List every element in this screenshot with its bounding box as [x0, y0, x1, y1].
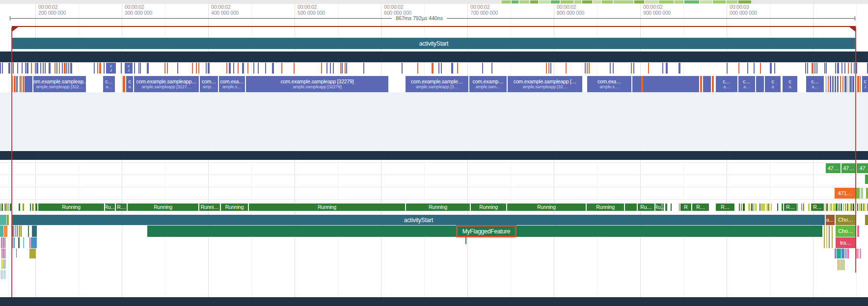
- thread-state-tick[interactable]: [94, 63, 95, 74]
- running-state-stripe[interactable]: [0, 204, 0, 211]
- thread-state-tick[interactable]: [851, 63, 852, 74]
- slice[interactable]: [14, 237, 15, 248]
- running-state-stripe[interactable]: [799, 204, 801, 211]
- thread-state-tick[interactable]: [837, 63, 839, 74]
- process-slice-stripe[interactable]: [857, 76, 859, 92]
- slice[interactable]: [29, 249, 36, 258]
- running-state-slice[interactable]: R…: [784, 204, 797, 211]
- thread-state-tick[interactable]: [841, 63, 842, 74]
- thread-state-tick[interactable]: [43, 63, 44, 74]
- thread-state-tick[interactable]: [835, 63, 836, 74]
- process-slice[interactable]: [703, 76, 711, 92]
- running-state-stripe[interactable]: [751, 204, 753, 211]
- slice[interactable]: [826, 226, 827, 248]
- running-state-stripe[interactable]: [758, 204, 759, 211]
- running-state-stripe[interactable]: [746, 204, 747, 211]
- slice[interactable]: [31, 237, 37, 248]
- running-state-slice[interactable]: Ru…: [655, 204, 664, 211]
- slice[interactable]: [17, 226, 18, 237]
- running-state-stripe[interactable]: [763, 204, 765, 211]
- frame-slice[interactable]: [856, 188, 860, 199]
- running-state-slice[interactable]: Running: [406, 204, 470, 211]
- thread-state-tick[interactable]: [167, 63, 168, 74]
- thread-state-tick[interactable]: [177, 63, 178, 74]
- slice[interactable]: [15, 226, 16, 237]
- thread-state-tick[interactable]: [417, 63, 418, 74]
- thread-state-tick[interactable]: [457, 63, 458, 74]
- thread-state-tick[interactable]: [36, 63, 38, 74]
- thread-state-tick[interactable]: [856, 63, 857, 74]
- slice[interactable]: [19, 226, 20, 237]
- thread-state-tick[interactable]: [208, 63, 210, 74]
- process-slice-stripe[interactable]: [12, 76, 13, 92]
- process-slice-stripe[interactable]: [16, 76, 18, 92]
- running-state-stripe[interactable]: [772, 204, 774, 211]
- thread-state-tick[interactable]: [662, 63, 663, 74]
- thread-state-tick[interactable]: [62, 63, 63, 74]
- process-slice-stripe[interactable]: [19, 76, 20, 92]
- slice[interactable]: [2, 270, 3, 279]
- thread-state-tick[interactable]: [68, 63, 69, 74]
- running-state-stripe[interactable]: [741, 204, 742, 211]
- running-state-slice[interactable]: R…: [692, 204, 709, 211]
- thread-state-tick[interactable]: [666, 63, 668, 74]
- running-state-stripe[interactable]: [845, 204, 846, 211]
- slice[interactable]: a…: [826, 215, 835, 225]
- thread-state-tick[interactable]: [229, 63, 231, 74]
- thread-state-tick[interactable]: [233, 63, 234, 74]
- running-state-stripe[interactable]: [779, 204, 781, 211]
- running-state-slice[interactable]: [625, 204, 637, 211]
- thread-state-tick[interactable]: [826, 63, 827, 74]
- janky-frame-slice[interactable]: 471…: [835, 188, 855, 199]
- thread-state-tick[interactable]: [140, 63, 141, 74]
- thread-state-tick[interactable]: [56, 63, 57, 74]
- slice[interactable]: [2, 237, 4, 248]
- thread-state-tick[interactable]: [491, 63, 492, 74]
- thread-state-tick[interactable]: [432, 63, 434, 74]
- thread-state-tick[interactable]: [770, 63, 772, 74]
- thread-state-tick[interactable]: [451, 63, 453, 74]
- thread-state-tick[interactable]: [346, 63, 347, 74]
- slice[interactable]: [840, 259, 841, 270]
- thread-state-tick[interactable]: [812, 63, 814, 74]
- running-state-stripe[interactable]: [863, 204, 865, 211]
- thread-state-tick[interactable]: [754, 63, 755, 74]
- running-state-stripe[interactable]: [21, 204, 21, 211]
- thread-state-tick[interactable]: [340, 63, 341, 74]
- running-state-stripe[interactable]: [735, 204, 735, 211]
- thread-state-tick[interactable]: [633, 63, 634, 74]
- running-state-stripe[interactable]: [736, 204, 737, 211]
- thread-state-tick[interactable]: [147, 63, 149, 74]
- slice[interactable]: [829, 226, 830, 248]
- frame-slice[interactable]: 47…: [841, 163, 856, 173]
- thread-state-tick[interactable]: [121, 63, 122, 74]
- running-state-stripe[interactable]: [853, 204, 854, 211]
- process-slice[interactable]: com.exa…ample.s…: [587, 76, 631, 92]
- running-state-stripe[interactable]: [760, 204, 760, 211]
- slice[interactable]: [835, 249, 836, 258]
- thread-state-tick[interactable]: [238, 63, 239, 74]
- running-state-slice[interactable]: R…: [116, 204, 127, 211]
- running-state-stripe[interactable]: [859, 204, 861, 211]
- slice[interactable]: [847, 249, 849, 258]
- process-slice[interactable]: c…a…: [103, 76, 115, 92]
- running-state-stripe[interactable]: [25, 204, 26, 211]
- slice[interactable]: [16, 249, 17, 257]
- trace-timeline-stage[interactable]: 00:00:02200 000 00000:00:02300 000 00000…: [0, 0, 868, 306]
- running-state-stripe[interactable]: [669, 204, 670, 211]
- running-state-stripe[interactable]: [1, 204, 3, 211]
- process-slice-stripe[interactable]: [844, 76, 846, 92]
- slice[interactable]: [28, 226, 29, 237]
- running-state-stripe[interactable]: [664, 204, 665, 211]
- thread-state-tick[interactable]: [816, 63, 817, 74]
- thread-state-tick[interactable]: [281, 63, 282, 74]
- running-state-stripe[interactable]: [857, 204, 858, 211]
- running-state-stripe[interactable]: [782, 204, 783, 211]
- running-state-stripe[interactable]: [833, 204, 835, 211]
- running-state-stripe[interactable]: [766, 204, 766, 211]
- process-slice[interactable]: ca: [765, 76, 781, 92]
- running-state-stripe[interactable]: [30, 204, 31, 211]
- process-slice-divider[interactable]: [123, 76, 125, 92]
- slice[interactable]: [860, 249, 861, 258]
- running-state-stripe[interactable]: [743, 204, 745, 211]
